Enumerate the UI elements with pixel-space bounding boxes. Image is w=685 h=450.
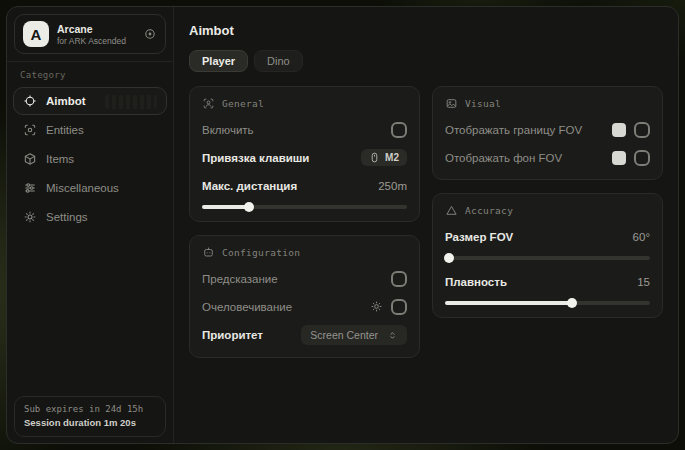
accuracy-card-title: Accuracy (465, 205, 513, 216)
sidebar-nav: Aimbot Entities Items (7, 83, 173, 235)
accuracy-card-header: Accuracy (445, 204, 650, 217)
prediction-row: Предсказание (202, 269, 407, 288)
max-distance-label: Макс. дистанция (202, 180, 297, 192)
brand-name: Arcane (57, 23, 126, 35)
tab-player[interactable]: Player (189, 50, 248, 72)
slider-fill (445, 301, 572, 305)
configuration-card: Configuration Предсказание Очеловечивани… (189, 235, 420, 358)
subscription-info-card: Sub expires in 24d 15h Session duration … (14, 396, 166, 437)
general-card-header: General (202, 97, 407, 110)
fov-border-checkbox[interactable] (634, 122, 650, 138)
general-card-title: General (222, 98, 264, 109)
sidebar-item-items[interactable]: Items (13, 145, 167, 173)
session-duration-text: Session duration 1m 20s (24, 417, 156, 428)
max-distance-slider[interactable] (202, 205, 407, 209)
left-column: General Включить Привязка клавиши (189, 86, 420, 358)
fov-background-label: Отображать фон FOV (445, 152, 562, 164)
keybind-value: M2 (385, 152, 399, 163)
brand-card: A Arcane for ARK Ascended (14, 14, 166, 54)
chevron-up-down-icon (387, 330, 398, 341)
main-content: Aimbot Player Dino General (174, 7, 678, 443)
configuration-card-title: Configuration (222, 247, 300, 258)
tab-dino[interactable]: Dino (254, 50, 303, 72)
max-distance-value: 250m (378, 180, 407, 192)
slider-thumb[interactable] (444, 253, 454, 263)
fov-size-row: Размер FOV 60° (445, 227, 650, 246)
enable-row: Включить (202, 120, 407, 139)
sidebar-item-label: Miscellaneous (46, 182, 119, 194)
fov-border-row: Отображать границу FOV (445, 120, 650, 139)
fov-size-label: Размер FOV (445, 231, 513, 243)
sidebar-item-settings[interactable]: Settings (13, 203, 167, 231)
keybind-label: Привязка клавиши (202, 152, 309, 164)
sidebar-item-label: Entities (46, 124, 84, 136)
slider-thumb[interactable] (567, 298, 577, 308)
prediction-checkbox[interactable] (391, 271, 407, 287)
fov-background-checkbox[interactable] (634, 150, 650, 166)
accuracy-card: Accuracy Размер FOV 60° Плавность (432, 193, 663, 318)
sidebar-item-entities[interactable]: Entities (13, 116, 167, 144)
sidebar-item-aimbot[interactable]: Aimbot (13, 87, 167, 115)
target-icon[interactable] (143, 27, 157, 41)
gear-icon (23, 210, 37, 224)
brand-text: Arcane for ARK Ascended (57, 23, 126, 46)
smoothness-slider[interactable] (445, 301, 650, 305)
page-title: Aimbot (189, 23, 663, 38)
enable-checkbox[interactable] (391, 122, 407, 138)
scan-icon (23, 123, 37, 137)
cards-grid: General Включить Привязка клавиши (189, 86, 663, 358)
sidebar-item-label: Items (46, 153, 74, 165)
fov-size-value: 60° (633, 231, 650, 243)
humanization-gear-icon[interactable] (370, 300, 383, 313)
category-label: Category (7, 62, 173, 83)
sub-expires-text: Sub expires in 24d 15h (24, 404, 156, 414)
humanization-row: Очеловечивание (202, 297, 407, 316)
max-distance-row: Макс. дистанция 250m (202, 176, 407, 195)
slider-fill (202, 205, 249, 209)
smoothness-value: 15 (637, 276, 650, 288)
priority-label: Приоритет (202, 329, 263, 341)
enable-label: Включить (202, 124, 254, 136)
fov-background-color-swatch[interactable] (612, 151, 626, 165)
bot-icon (202, 246, 215, 259)
sliders-icon (23, 181, 37, 195)
keybind-button[interactable]: M2 (361, 149, 407, 166)
general-card: General Включить Привязка клавиши (189, 86, 420, 222)
smoothness-row: Плавность 15 (445, 272, 650, 291)
brand-logo: A (23, 21, 49, 47)
humanization-checkbox[interactable] (391, 299, 407, 315)
tab-bar: Player Dino (189, 50, 663, 72)
nav-ghost-decoration (105, 95, 157, 109)
smoothness-label: Плавность (445, 276, 507, 288)
fov-border-color-swatch[interactable] (612, 123, 626, 137)
prediction-label: Предсказание (202, 273, 278, 285)
sidebar: A Arcane for ARK Ascended Category Ai (7, 7, 174, 443)
keybind-row: Привязка клавиши M2 (202, 148, 407, 167)
fov-border-label: Отображать границу FOV (445, 124, 582, 136)
configuration-card-header: Configuration (202, 246, 407, 259)
visual-card-title: Visual (465, 98, 501, 109)
triangle-icon (445, 204, 458, 217)
sidebar-item-miscellaneous[interactable]: Miscellaneous (13, 174, 167, 202)
priority-value: Screen Center (310, 329, 378, 341)
crosshair-icon (23, 94, 37, 108)
priority-row: Приоритет Screen Center (202, 325, 407, 345)
fov-size-slider[interactable] (445, 256, 650, 260)
right-column: Visual Отображать границу FOV Отображать… (432, 86, 663, 318)
visual-card-header: Visual (445, 97, 650, 110)
visual-card: Visual Отображать границу FOV Отображать… (432, 86, 663, 180)
fov-background-row: Отображать фон FOV (445, 148, 650, 167)
humanization-label: Очеловечивание (202, 301, 292, 313)
sidebar-item-label: Settings (46, 211, 88, 223)
mouse-icon (369, 152, 380, 163)
slider-fill (445, 256, 449, 260)
sidebar-item-label: Aimbot (46, 95, 86, 107)
app-window: A Arcane for ARK Ascended Category Ai (6, 6, 679, 444)
image-icon (445, 97, 458, 110)
brand-subtitle: for ARK Ascended (57, 36, 126, 46)
priority-dropdown[interactable]: Screen Center (301, 325, 407, 345)
slider-thumb[interactable] (244, 202, 254, 212)
user-focus-icon (202, 97, 215, 110)
box-icon (23, 152, 37, 166)
